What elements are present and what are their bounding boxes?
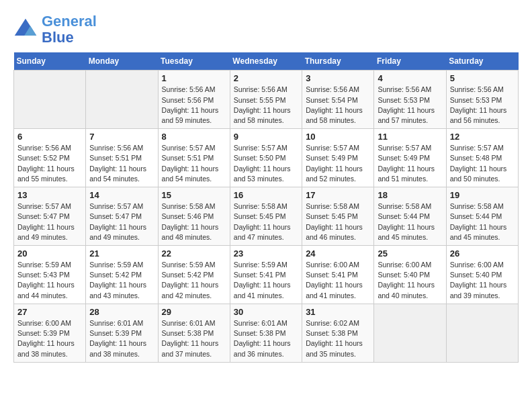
logo-icon: [13, 17, 38, 42]
calendar-cell: 22Sunrise: 5:59 AM Sunset: 5:42 PM Dayli…: [158, 246, 230, 304]
day-number: 7: [89, 132, 154, 142]
weekday-header-monday: Monday: [86, 52, 158, 71]
cell-details: Sunrise: 5:59 AM Sunset: 5:42 PM Dayligh…: [89, 260, 154, 301]
day-number: 27: [17, 307, 82, 317]
cell-details: Sunrise: 5:57 AM Sunset: 5:47 PM Dayligh…: [89, 201, 154, 242]
logo: General Blue: [13, 13, 97, 46]
calendar-cell: 10Sunrise: 5:57 AM Sunset: 5:49 PM Dayli…: [302, 129, 374, 187]
day-number: 3: [306, 73, 370, 83]
day-number: 6: [17, 132, 82, 142]
page-header: General Blue: [13, 13, 519, 46]
cell-details: Sunrise: 6:00 AM Sunset: 5:39 PM Dayligh…: [17, 318, 82, 359]
calendar-cell: 20Sunrise: 5:59 AM Sunset: 5:43 PM Dayli…: [14, 246, 86, 304]
cell-details: Sunrise: 5:58 AM Sunset: 5:44 PM Dayligh…: [378, 201, 442, 242]
calendar-week-4: 20Sunrise: 5:59 AM Sunset: 5:43 PM Dayli…: [14, 246, 519, 304]
cell-details: Sunrise: 5:57 AM Sunset: 5:50 PM Dayligh…: [234, 143, 298, 184]
cell-details: Sunrise: 5:58 AM Sunset: 5:45 PM Dayligh…: [234, 201, 298, 242]
day-number: 14: [89, 190, 154, 200]
calendar-cell: 23Sunrise: 5:59 AM Sunset: 5:41 PM Dayli…: [230, 246, 302, 304]
calendar-header: SundayMondayTuesdayWednesdayThursdayFrid…: [14, 52, 519, 71]
cell-details: Sunrise: 5:56 AM Sunset: 5:55 PM Dayligh…: [234, 85, 298, 126]
weekday-header-wednesday: Wednesday: [230, 52, 302, 71]
cell-details: Sunrise: 5:59 AM Sunset: 5:43 PM Dayligh…: [17, 260, 82, 301]
calendar-cell: 9Sunrise: 5:57 AM Sunset: 5:50 PM Daylig…: [230, 129, 302, 187]
calendar-cell: [14, 71, 86, 129]
calendar-cell: [374, 304, 446, 362]
day-number: 5: [450, 73, 515, 83]
weekday-header-friday: Friday: [374, 52, 446, 71]
day-number: 4: [378, 73, 442, 83]
calendar-cell: 24Sunrise: 6:00 AM Sunset: 5:41 PM Dayli…: [302, 246, 374, 304]
day-number: 22: [162, 248, 226, 259]
calendar-cell: 25Sunrise: 6:00 AM Sunset: 5:40 PM Dayli…: [374, 246, 446, 304]
cell-details: Sunrise: 5:57 AM Sunset: 5:51 PM Dayligh…: [162, 143, 226, 184]
day-number: 11: [378, 132, 442, 142]
calendar-cell: 16Sunrise: 5:58 AM Sunset: 5:45 PM Dayli…: [230, 187, 302, 246]
weekday-header-thursday: Thursday: [302, 52, 374, 71]
day-number: 24: [306, 248, 370, 259]
calendar-cell: 1Sunrise: 5:56 AM Sunset: 5:56 PM Daylig…: [158, 71, 230, 129]
calendar-cell: 17Sunrise: 5:58 AM Sunset: 5:45 PM Dayli…: [302, 187, 374, 246]
calendar-cell: 30Sunrise: 6:01 AM Sunset: 5:38 PM Dayli…: [230, 304, 302, 362]
calendar-cell: 18Sunrise: 5:58 AM Sunset: 5:44 PM Dayli…: [374, 187, 446, 246]
day-number: 2: [234, 73, 298, 83]
calendar-week-2: 6Sunrise: 5:56 AM Sunset: 5:52 PM Daylig…: [14, 129, 519, 187]
calendar-cell: 2Sunrise: 5:56 AM Sunset: 5:55 PM Daylig…: [230, 71, 302, 129]
calendar-cell: 21Sunrise: 5:59 AM Sunset: 5:42 PM Dayli…: [86, 246, 158, 304]
cell-details: Sunrise: 6:01 AM Sunset: 5:38 PM Dayligh…: [234, 318, 298, 359]
day-number: 13: [17, 190, 82, 200]
cell-details: Sunrise: 5:56 AM Sunset: 5:54 PM Dayligh…: [306, 85, 370, 126]
calendar-week-5: 27Sunrise: 6:00 AM Sunset: 5:39 PM Dayli…: [14, 304, 519, 362]
cell-details: Sunrise: 6:00 AM Sunset: 5:41 PM Dayligh…: [306, 260, 370, 301]
day-number: 18: [378, 190, 442, 200]
day-number: 26: [450, 248, 515, 259]
calendar-cell: 19Sunrise: 5:58 AM Sunset: 5:44 PM Dayli…: [446, 187, 518, 246]
cell-details: Sunrise: 5:59 AM Sunset: 5:41 PM Dayligh…: [234, 260, 298, 301]
cell-details: Sunrise: 5:59 AM Sunset: 5:42 PM Dayligh…: [162, 260, 226, 301]
cell-details: Sunrise: 5:58 AM Sunset: 5:46 PM Dayligh…: [162, 201, 226, 242]
cell-details: Sunrise: 5:56 AM Sunset: 5:53 PM Dayligh…: [450, 85, 515, 126]
cell-details: Sunrise: 6:00 AM Sunset: 5:40 PM Dayligh…: [378, 260, 442, 301]
day-number: 16: [234, 190, 298, 200]
calendar-cell: 4Sunrise: 5:56 AM Sunset: 5:53 PM Daylig…: [374, 71, 446, 129]
day-number: 12: [450, 132, 515, 142]
day-number: 15: [162, 190, 226, 200]
weekday-header-tuesday: Tuesday: [158, 52, 230, 71]
day-number: 29: [162, 307, 226, 317]
calendar-cell: 26Sunrise: 6:00 AM Sunset: 5:40 PM Dayli…: [446, 246, 518, 304]
calendar-cell: 8Sunrise: 5:57 AM Sunset: 5:51 PM Daylig…: [158, 129, 230, 187]
cell-details: Sunrise: 6:02 AM Sunset: 5:38 PM Dayligh…: [306, 318, 370, 359]
cell-details: Sunrise: 5:58 AM Sunset: 5:45 PM Dayligh…: [306, 201, 370, 242]
cell-details: Sunrise: 5:56 AM Sunset: 5:51 PM Dayligh…: [89, 143, 154, 184]
calendar-cell: [446, 304, 518, 362]
weekday-header-sunday: Sunday: [14, 52, 86, 71]
cell-details: Sunrise: 5:56 AM Sunset: 5:52 PM Dayligh…: [17, 143, 82, 184]
calendar-cell: [86, 71, 158, 129]
calendar-cell: 7Sunrise: 5:56 AM Sunset: 5:51 PM Daylig…: [86, 129, 158, 187]
calendar-cell: 11Sunrise: 5:57 AM Sunset: 5:49 PM Dayli…: [374, 129, 446, 187]
day-number: 8: [162, 132, 226, 142]
cell-details: Sunrise: 6:01 AM Sunset: 5:38 PM Dayligh…: [162, 318, 226, 359]
weekday-header-saturday: Saturday: [446, 52, 518, 71]
calendar-cell: 14Sunrise: 5:57 AM Sunset: 5:47 PM Dayli…: [86, 187, 158, 246]
calendar-cell: 3Sunrise: 5:56 AM Sunset: 5:54 PM Daylig…: [302, 71, 374, 129]
cell-details: Sunrise: 6:01 AM Sunset: 5:39 PM Dayligh…: [89, 318, 154, 359]
cell-details: Sunrise: 5:57 AM Sunset: 5:48 PM Dayligh…: [450, 143, 515, 184]
calendar-week-3: 13Sunrise: 5:57 AM Sunset: 5:47 PM Dayli…: [14, 187, 519, 246]
calendar-cell: 15Sunrise: 5:58 AM Sunset: 5:46 PM Dayli…: [158, 187, 230, 246]
day-number: 23: [234, 248, 298, 259]
cell-details: Sunrise: 5:57 AM Sunset: 5:49 PM Dayligh…: [306, 143, 370, 184]
cell-details: Sunrise: 5:56 AM Sunset: 5:53 PM Dayligh…: [378, 85, 442, 126]
cell-details: Sunrise: 5:57 AM Sunset: 5:49 PM Dayligh…: [378, 143, 442, 184]
day-number: 19: [450, 190, 515, 200]
day-number: 21: [89, 248, 154, 259]
cell-details: Sunrise: 6:00 AM Sunset: 5:40 PM Dayligh…: [450, 260, 515, 301]
day-number: 28: [89, 307, 154, 317]
day-number: 31: [306, 307, 370, 317]
calendar-week-1: 1Sunrise: 5:56 AM Sunset: 5:56 PM Daylig…: [14, 71, 519, 129]
day-number: 30: [234, 307, 298, 317]
day-number: 9: [234, 132, 298, 142]
calendar-cell: 27Sunrise: 6:00 AM Sunset: 5:39 PM Dayli…: [14, 304, 86, 362]
calendar-cell: 29Sunrise: 6:01 AM Sunset: 5:38 PM Dayli…: [158, 304, 230, 362]
day-number: 25: [378, 248, 442, 259]
